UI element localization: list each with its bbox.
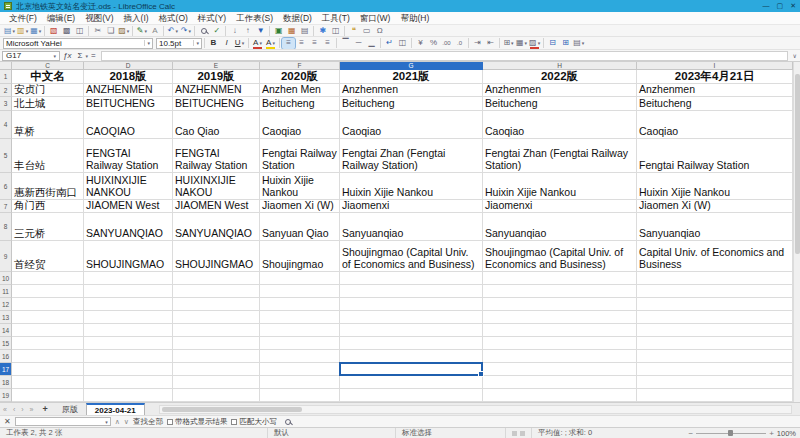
next-sheet-icon[interactable]: › — [18, 406, 26, 413]
cell-D7[interactable]: JIAOMEN West — [84, 200, 173, 213]
cell-H7[interactable]: Jiaomenxi — [483, 200, 637, 213]
cell-G18[interactable] — [340, 376, 483, 389]
cell-E18[interactable] — [173, 376, 260, 389]
insert-image-icon[interactable]: ▣ — [272, 25, 285, 36]
align-right-icon[interactable]: ≡ — [308, 38, 321, 49]
cell-C17[interactable] — [12, 363, 84, 376]
cell-D9[interactable]: SHOUJINGMAO — [84, 241, 173, 272]
cell-F8[interactable]: Sanyuan Qiao — [260, 213, 340, 241]
conditional-formatting-icon[interactable]: ▤▾ — [572, 38, 585, 49]
cell-F10[interactable] — [260, 272, 340, 285]
horizontal-scrollbar-thumb[interactable] — [162, 407, 302, 412]
cell-I4[interactable]: Caoqiao — [637, 111, 793, 139]
cell-I3[interactable]: Beitucheng — [637, 97, 793, 111]
selection-mode-status[interactable]: 标准选择 — [396, 428, 506, 438]
align-center-icon[interactable]: ≡ — [295, 38, 308, 49]
highlight-color-icon[interactable]: A▾ — [264, 38, 277, 49]
row-header-19[interactable]: 19 — [0, 389, 12, 402]
zoom-out-icon[interactable]: − — [688, 429, 693, 438]
match-case-option[interactable]: 匹配大小写 — [231, 417, 277, 427]
row-header-18[interactable]: 18 — [0, 376, 12, 389]
cell-E17[interactable] — [173, 363, 260, 376]
cell-H3[interactable]: Beitucheng — [483, 97, 637, 111]
cell-D13[interactable] — [84, 311, 173, 324]
cell-G13[interactable] — [340, 311, 483, 324]
add-decimal-icon[interactable]: .00 — [440, 38, 453, 49]
cell-H1[interactable]: 2022版 — [483, 70, 637, 84]
row-header-6[interactable]: 6 — [0, 173, 12, 200]
cell-E4[interactable]: Cao Qiao — [173, 111, 260, 139]
bold-icon[interactable]: B — [207, 38, 220, 49]
cell-D15[interactable] — [84, 337, 173, 350]
cell-F13[interactable] — [260, 311, 340, 324]
merge-cells-icon[interactable]: ◫ — [396, 38, 409, 49]
row-header-3[interactable]: 3 — [0, 97, 12, 111]
expand-formula-bar-icon[interactable]: ∨ — [790, 52, 800, 59]
open-file-icon[interactable]: ▥▾ — [16, 25, 29, 36]
cell-I12[interactable] — [637, 298, 793, 311]
cell-I13[interactable] — [637, 311, 793, 324]
sort-ascending-icon[interactable]: ↓ — [228, 25, 241, 36]
cell-C9[interactable]: 首经贸 — [12, 241, 84, 272]
cell-D16[interactable] — [84, 350, 173, 363]
minimize-icon[interactable]: — — [763, 1, 770, 11]
cell-I17[interactable] — [637, 363, 793, 376]
cell-G3[interactable]: Beitucheng — [340, 97, 483, 111]
cell-E8[interactable]: SANYUANQIAO — [173, 213, 260, 241]
page-style-status[interactable]: 默认 — [268, 428, 396, 438]
cell-C1[interactable]: 中文名 — [12, 70, 84, 84]
borders-icon[interactable]: ⊞▾ — [502, 38, 515, 49]
cell-C12[interactable] — [12, 298, 84, 311]
name-box[interactable]: G17 ▾ — [2, 51, 60, 61]
menu-edit[interactable]: 编辑(E) — [42, 12, 80, 24]
copy-icon[interactable]: ❏ — [104, 25, 117, 36]
menu-format[interactable]: 格式(O) — [154, 12, 193, 24]
cell-D8[interactable]: SANYUANQIAO — [84, 213, 173, 241]
cell-D18[interactable] — [84, 376, 173, 389]
save-icon[interactable]: ▦▾ — [29, 25, 42, 36]
clear-formatting-icon[interactable]: A — [148, 25, 161, 36]
font-size-combo[interactable]: 10.5pt ▾ — [156, 38, 202, 49]
zoom-slider[interactable] — [696, 433, 766, 434]
cell-I18[interactable] — [637, 376, 793, 389]
cell-E15[interactable] — [173, 337, 260, 350]
row-header-4[interactable]: 4 — [0, 111, 12, 139]
column-header-C[interactable]: C — [12, 62, 84, 70]
cell-F19[interactable] — [260, 389, 340, 402]
spelling-icon[interactable]: ✓ — [210, 25, 223, 36]
cell-D5[interactable]: FENGTAI Railway Station — [84, 139, 173, 173]
cell-E10[interactable] — [173, 272, 260, 285]
cell-F17[interactable] — [260, 363, 340, 376]
cell-F11[interactable] — [260, 285, 340, 298]
cell-C14[interactable] — [12, 324, 84, 337]
sort-descending-icon[interactable]: ↑ — [241, 25, 254, 36]
row-header-8[interactable]: 8 — [0, 213, 12, 241]
menu-sheet[interactable]: 工作表(S) — [231, 12, 278, 24]
cell-D1[interactable]: 2018版 — [84, 70, 173, 84]
increase-indent-icon[interactable]: ⇥ — [471, 38, 484, 49]
cell-E12[interactable] — [173, 298, 260, 311]
cell-F7[interactable]: Jiaomen Xi (W) — [260, 200, 340, 213]
cell-H2[interactable]: Anzhenmen — [483, 84, 637, 97]
cell-I6[interactable]: Huixin Xijie Nankou — [637, 173, 793, 200]
cell-D3[interactable]: BEITUCHENG — [84, 97, 173, 111]
paste-icon[interactable]: ▨▾ — [117, 25, 130, 36]
cell-E11[interactable] — [173, 285, 260, 298]
insert-chart-icon[interactable]: ▦ — [285, 25, 298, 36]
cell-F15[interactable] — [260, 337, 340, 350]
cell-E2[interactable]: ANZHENMEN — [173, 84, 260, 97]
row-header-2[interactable]: 2 — [0, 84, 12, 97]
cell-F5[interactable]: Fengtai Railway Station — [260, 139, 340, 173]
cell-G9[interactable]: Shoujingmao (Capital Univ. of Economics … — [340, 241, 483, 272]
row-header-13[interactable]: 13 — [0, 311, 12, 324]
insert-rows-icon[interactable]: ⊟ — [546, 38, 559, 49]
cell-E6[interactable]: HUIXINXIJIE NAKOU — [173, 173, 260, 200]
redo-icon[interactable]: ↷▾ — [179, 25, 192, 36]
new-document-icon[interactable]: ▤▾ — [3, 25, 16, 36]
cell-C4[interactable]: 草桥 — [12, 111, 84, 139]
cell-G4[interactable]: Caoqiao — [340, 111, 483, 139]
cell-C7[interactable]: 角门西 — [12, 200, 84, 213]
cell-C11[interactable] — [12, 285, 84, 298]
cell-H12[interactable] — [483, 298, 637, 311]
cell-F18[interactable] — [260, 376, 340, 389]
